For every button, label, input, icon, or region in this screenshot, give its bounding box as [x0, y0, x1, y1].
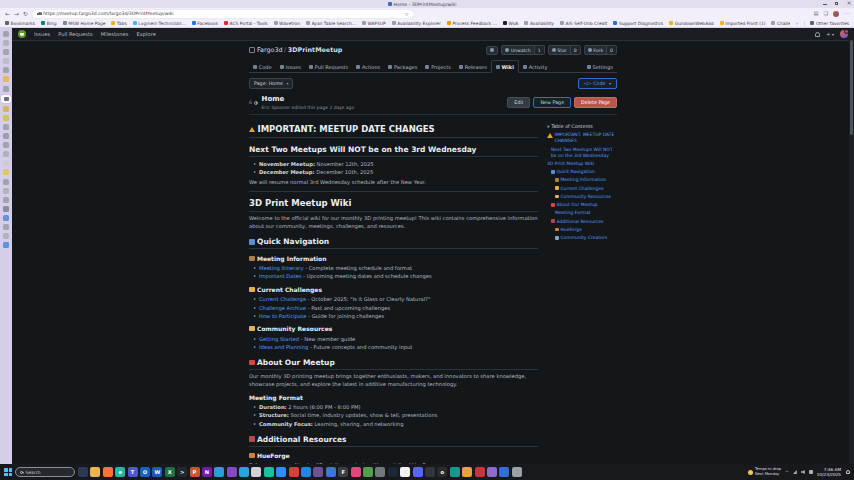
bookmark-bing[interactable]: Bing [41, 21, 56, 26]
close-icon[interactable] [846, 1, 851, 6]
yellow-app-icon[interactable] [462, 467, 472, 477]
network-icon[interactable] [793, 470, 797, 474]
toc-item-hueforge[interactable]: HueForge [547, 227, 617, 233]
delete-page-button[interactable]: Delete Page [574, 97, 617, 108]
bookmark-support-diagnostics[interactable]: Support Diagnostics [613, 21, 663, 26]
toc-item-current-challenges[interactable]: Current Challenges [547, 186, 617, 192]
files-app-icon[interactable]: F [338, 467, 348, 477]
toc-header[interactable]: Table of Contents [547, 124, 617, 129]
toc-item-community-creators[interactable]: Community Creators [547, 235, 617, 241]
bookmark-bookmarks[interactable]: Bookmarks [5, 21, 35, 26]
vertical-tab-icon[interactable] [3, 58, 9, 64]
word-icon[interactable]: W [152, 467, 162, 477]
bookmark-availability-explorer[interactable]: Availability Explorer [392, 21, 441, 26]
vertical-tab-icon[interactable] [3, 215, 9, 221]
wiki-revisions-link[interactable]: 6 [249, 100, 258, 105]
repo-name-link[interactable]: 3DPrintMeetup [288, 46, 343, 54]
vertical-tab-icon[interactable] [3, 197, 9, 203]
vertical-tab-icon[interactable] [3, 224, 9, 230]
powerpoint-icon[interactable]: P [190, 467, 200, 477]
toc-item-meeting-format[interactable]: Meeting Format [547, 210, 617, 216]
vertical-tab-icon[interactable] [3, 242, 9, 248]
onenote-icon[interactable]: N [202, 467, 212, 477]
wiki-page-selector[interactable]: Page: Home [249, 78, 293, 89]
task-view-icon[interactable] [78, 467, 88, 477]
extensions-icon[interactable]: ❏ [824, 11, 828, 16]
zoom-icon[interactable] [276, 467, 286, 477]
tab-activity[interactable]: Activity [519, 61, 552, 72]
paper-plane-icon[interactable] [239, 467, 249, 477]
gray-doc-app-icon[interactable] [512, 467, 522, 477]
visual-studio-icon[interactable] [227, 467, 237, 477]
nav-link-issues[interactable]: Issues [34, 31, 50, 37]
tray-chevron-up-icon[interactable]: ^ [785, 470, 789, 475]
vertical-tab-icon[interactable] [3, 124, 9, 130]
toc-item-community-resources[interactable]: Community Resources [547, 194, 617, 200]
bookmarks-overflow-chevron-icon[interactable]: › [796, 20, 798, 26]
bookmark-availability[interactable]: Availability [524, 21, 554, 26]
vertical-tab-icon[interactable] [3, 40, 9, 46]
blue-square-app-icon[interactable] [499, 467, 509, 477]
wiki-link-important-dates[interactable]: Important Dates [259, 273, 301, 279]
vertical-tab-icon[interactable] [3, 206, 9, 212]
maximize-icon[interactable] [834, 1, 839, 6]
notification-center-icon[interactable] [846, 470, 850, 474]
minimize-icon[interactable] [822, 1, 827, 6]
volume-icon[interactable] [801, 470, 805, 474]
github-desktop-icon[interactable] [313, 467, 323, 477]
wiki-link-how-to-participate[interactable]: How to Participate [259, 313, 307, 319]
edit-button[interactable]: Edit [507, 97, 530, 108]
bookmark-logmein-technician[interactable]: Logmein Technician... [133, 21, 186, 26]
bookmark-ayan-table-search[interactable]: Ayan Table Search... [306, 21, 356, 26]
green-app-icon[interactable] [363, 467, 373, 477]
tab-code[interactable]: Code [249, 61, 276, 72]
notepad-icon[interactable] [251, 467, 261, 477]
vertical-tab-icon[interactable] [3, 67, 9, 73]
tab-releases[interactable]: Releases [455, 61, 491, 72]
wiki-link-meeting-itinerary[interactable]: Meeting Itinerary [259, 265, 304, 271]
mint-app-icon[interactable] [264, 467, 274, 477]
tab-packages[interactable]: Packages [384, 61, 421, 72]
camera-app-icon[interactable] [425, 467, 435, 477]
star-count[interactable]: 0 [570, 46, 580, 54]
bookmark-acs-portal-tools[interactable]: ACS Portal - Tools [224, 21, 268, 26]
forward-icon[interactable]: → [14, 11, 19, 17]
teal-app-icon[interactable] [450, 467, 460, 477]
taskbar-clock[interactable]: 7:46 AM 10/23/2025 [817, 467, 841, 478]
vertical-tab-icon[interactable] [3, 160, 9, 166]
wiki-link-current-challenge[interactable]: Current Challenge [259, 296, 306, 302]
vertical-tab-icon[interactable] [3, 76, 9, 82]
blue-app-icon[interactable] [326, 467, 336, 477]
battery-icon[interactable] [809, 470, 813, 474]
wiki-code-button[interactable]: </> Code [578, 78, 617, 89]
star-button[interactable]: Star0 [548, 45, 581, 55]
toc-item-additional-resources[interactable]: Additional Resources [547, 219, 617, 225]
onedrive-icon[interactable] [301, 467, 311, 477]
bookmark-imported-front-1[interactable]: Imported Front (1) [720, 21, 766, 26]
bookmark-gundownwebadd[interactable]: GundownWebAdd [669, 21, 713, 26]
vertical-tab-icon[interactable] [3, 142, 9, 148]
browser-tab[interactable]: Home - 3DPrintMeetup/wiki [388, 1, 456, 7]
browser-profile-avatar[interactable] [833, 11, 839, 17]
firefox-icon[interactable] [103, 467, 113, 477]
toc-item-quick-navigation[interactable]: Quick Navigation [547, 169, 617, 175]
edge-icon[interactable]: e [115, 467, 125, 477]
toc-item-meeting-information[interactable]: Meeting Information [547, 177, 617, 183]
user-avatar[interactable] [840, 30, 848, 38]
colorful-app-icon[interactable] [487, 467, 497, 477]
unwatch-count[interactable]: 1 [534, 46, 544, 54]
bookmark-woa[interactable]: WoA [503, 21, 518, 26]
toc-item-3d-print-meetup-wiki[interactable]: 3D Print Meetup Wiki [547, 161, 617, 167]
fork-button[interactable]: Fork0 [584, 45, 617, 55]
settings-icon[interactable] [375, 467, 385, 477]
vertical-tab-icon[interactable] [3, 169, 9, 175]
file-explorer-icon[interactable] [90, 467, 100, 477]
bookmark-wafsup[interactable]: WAFSUP [362, 21, 386, 26]
outlook-icon[interactable]: O [140, 467, 150, 477]
weather-widget[interactable]: Temps to drop Next Monday [748, 467, 781, 476]
vertical-tab-icon[interactable] [3, 151, 9, 157]
apple-app-icon[interactable] [475, 467, 485, 477]
gitea-logo-icon[interactable] [18, 30, 26, 38]
wiki-link-getting-started[interactable]: Getting Started [259, 336, 299, 342]
nav-link-milestones[interactable]: Milestones [101, 31, 129, 37]
